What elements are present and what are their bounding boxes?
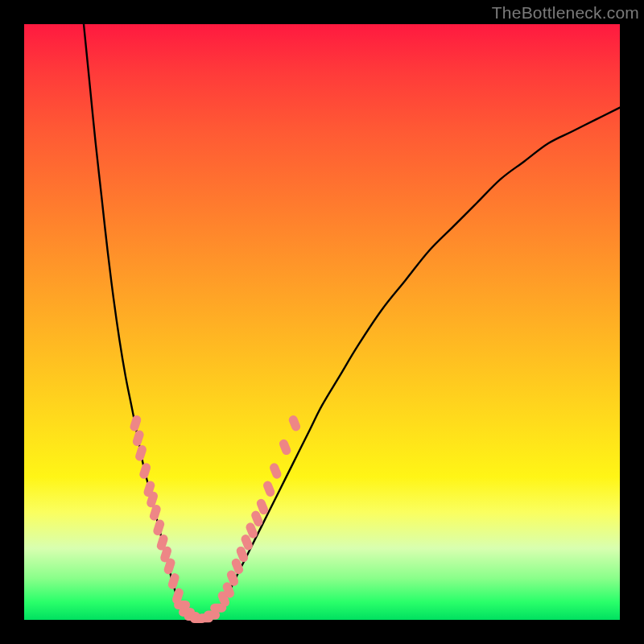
marker-point — [278, 438, 292, 456]
marker-point — [262, 480, 276, 498]
marker-point — [152, 518, 166, 536]
marker-point — [167, 572, 180, 590]
marker-point — [134, 444, 148, 462]
marker-point — [138, 462, 152, 480]
marker-point — [129, 415, 142, 432]
curve-lines — [84, 24, 620, 621]
watermark-text: TheBottleneck.com — [492, 3, 639, 23]
bottleneck-curve — [84, 24, 620, 621]
chart-frame: TheBottleneck.com — [0, 0, 644, 644]
plot-area — [24, 24, 620, 620]
marker-point — [131, 429, 145, 447]
marker-point — [287, 414, 302, 432]
marker-point — [268, 462, 283, 481]
data-markers — [129, 414, 302, 623]
chart-svg — [24, 24, 620, 620]
